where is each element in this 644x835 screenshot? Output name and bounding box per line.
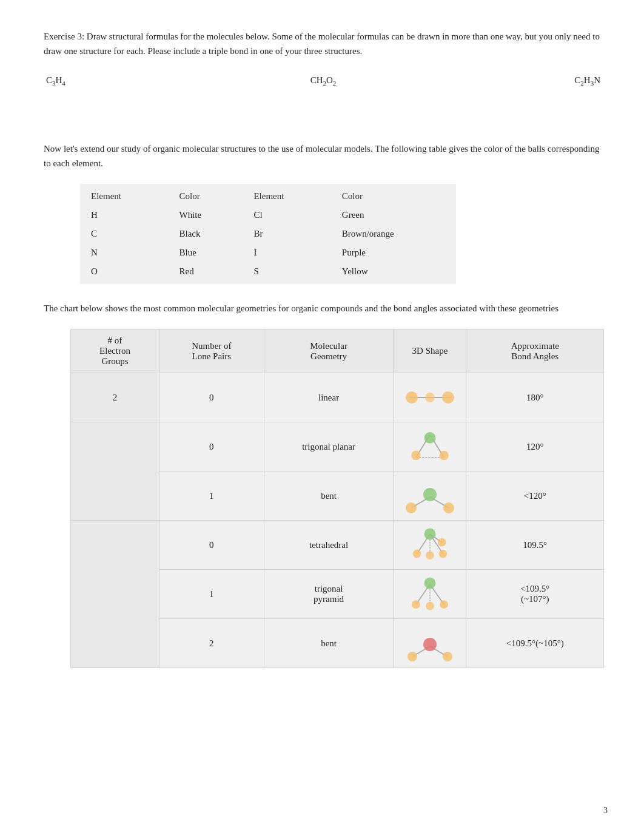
- electron-groups-cell: 2: [71, 373, 159, 422]
- svg-point-23: [438, 538, 446, 547]
- color-table-cell: Yellow: [331, 262, 456, 284]
- color-table-cell: O: [80, 262, 168, 284]
- table-row: 0trigonal planar 120°: [71, 422, 604, 472]
- section3-text: The chart below shows the most common mo…: [44, 301, 600, 316]
- shape-cell: [394, 422, 466, 472]
- geometry-cell: trigonal planar: [264, 422, 394, 472]
- bond-angles-cell: 120°: [466, 422, 604, 472]
- electron-groups-cell: [71, 521, 159, 668]
- svg-point-27: [424, 578, 436, 589]
- shape-cell: [394, 570, 466, 619]
- svg-point-12: [423, 488, 437, 501]
- svg-point-22: [426, 551, 434, 559]
- shape-cell: [394, 521, 466, 570]
- mol3-formula: C2H3N: [574, 75, 600, 85]
- shape-cell: [394, 472, 466, 521]
- col-header-element2: Element: [243, 184, 330, 206]
- svg-point-35: [443, 652, 452, 661]
- molecule-2: CH2O2: [231, 75, 416, 87]
- svg-point-9: [439, 451, 448, 460]
- svg-point-13: [406, 502, 417, 513]
- svg-point-20: [413, 550, 421, 558]
- color-table-cell: Black: [168, 225, 243, 243]
- geometry-cell: linear: [264, 373, 394, 422]
- lone-pairs-cell: 0: [159, 521, 264, 570]
- color-table-cell: I: [243, 243, 330, 262]
- geometry-cell: trigonalpyramid: [264, 570, 394, 619]
- col-header-element1: Element: [80, 184, 168, 206]
- page-number: 3: [603, 806, 608, 816]
- color-table-cell: Brown/orange: [331, 225, 456, 243]
- color-table-cell: C: [80, 225, 168, 243]
- geometry-cell: tetrahedral: [264, 521, 394, 570]
- lone-pairs-cell: 1: [159, 472, 264, 521]
- svg-point-2: [425, 393, 435, 402]
- lone-pairs-cell: 0: [159, 373, 264, 422]
- geo-col-shape: 3D Shape: [394, 330, 466, 373]
- color-table-wrap: Element Color Element Color HWhiteClGree…: [80, 184, 456, 284]
- svg-point-14: [443, 502, 454, 513]
- color-table-cell: Purple: [331, 243, 456, 262]
- electron-groups-cell: [71, 422, 159, 521]
- table-row: 20linear 180°: [71, 373, 604, 422]
- geometry-cell: bent: [264, 472, 394, 521]
- geo-col-electron: # ofElectronGroups: [71, 330, 159, 373]
- color-table-cell: Red: [168, 262, 243, 284]
- col-header-color1: Color: [168, 184, 243, 206]
- molecules-row: C3H4 CH2O2 C2H3N: [44, 75, 600, 87]
- svg-point-28: [412, 600, 420, 609]
- molecule-1: C3H4: [46, 75, 231, 87]
- svg-point-29: [440, 600, 448, 609]
- color-table-cell: Br: [243, 225, 330, 243]
- table-row: 0tetrahedral 109.5°: [71, 521, 604, 570]
- svg-point-34: [408, 652, 417, 661]
- bond-angles-cell: 109.5°: [466, 521, 604, 570]
- exercise-text: Exercise 3: Draw structural formulas for…: [44, 29, 600, 58]
- svg-point-19: [424, 529, 436, 540]
- mol2-formula: CH2O2: [310, 75, 337, 85]
- svg-point-33: [423, 638, 437, 651]
- mol1-formula: C3H4: [46, 75, 65, 85]
- svg-point-3: [442, 391, 454, 404]
- geometry-cell: bent: [264, 619, 394, 668]
- svg-point-1: [406, 391, 418, 404]
- bond-angles-cell: <109.5°(~107°): [466, 570, 604, 619]
- section2-text: Now let's extend our study of organic mo…: [44, 141, 600, 171]
- color-table-cell: S: [243, 262, 330, 284]
- geo-table: # ofElectronGroups Number ofLone Pairs M…: [70, 329, 604, 668]
- color-table-cell: N: [80, 243, 168, 262]
- geo-table-wrap: # ofElectronGroups Number ofLone Pairs M…: [70, 329, 604, 668]
- lone-pairs-cell: 1: [159, 570, 264, 619]
- svg-point-30: [426, 602, 434, 610]
- bond-angles-cell: 180°: [466, 373, 604, 422]
- geo-col-lone-pairs: Number ofLone Pairs: [159, 330, 264, 373]
- molecule-3: C2H3N: [415, 75, 600, 87]
- shape-cell: [394, 373, 466, 422]
- color-table-cell: Blue: [168, 243, 243, 262]
- lone-pairs-cell: 2: [159, 619, 264, 668]
- color-table: Element Color Element Color HWhiteClGree…: [80, 184, 456, 284]
- svg-point-21: [439, 550, 448, 558]
- geo-col-geometry: MolecularGeometry: [264, 330, 394, 373]
- bond-angles-cell: <109.5°(~105°): [466, 619, 604, 668]
- color-table-cell: Green: [331, 206, 456, 225]
- shape-cell: [394, 619, 466, 668]
- svg-point-7: [424, 432, 436, 444]
- color-table-cell: H: [80, 206, 168, 225]
- lone-pairs-cell: 0: [159, 422, 264, 472]
- col-header-color2: Color: [331, 184, 456, 206]
- color-table-cell: White: [168, 206, 243, 225]
- bond-angles-cell: <120°: [466, 472, 604, 521]
- svg-point-8: [411, 451, 420, 460]
- geo-col-angles: ApproximateBond Angles: [466, 330, 604, 373]
- color-table-cell: Cl: [243, 206, 330, 225]
